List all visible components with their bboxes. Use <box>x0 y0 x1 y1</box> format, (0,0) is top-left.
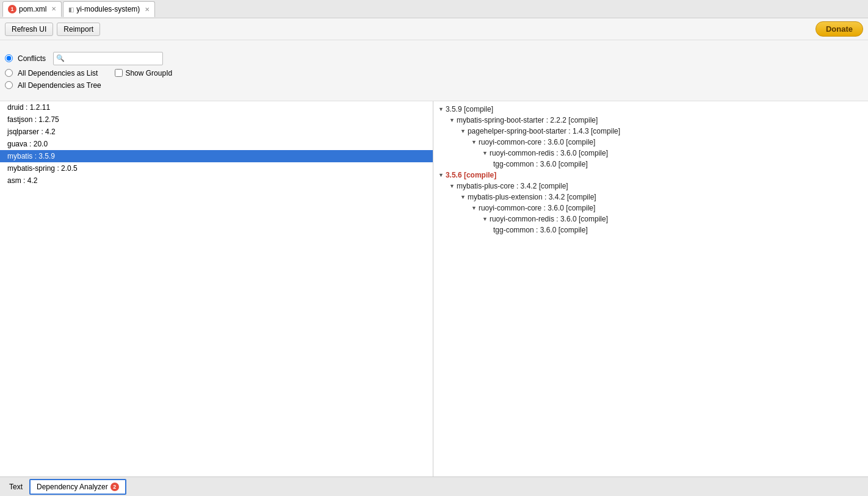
yi-tab-close[interactable]: ✕ <box>145 6 150 13</box>
conflicts-label: Conflicts <box>18 54 46 63</box>
tree-pagehelper-spring-boot-starter: ▼ pagehelper-spring-boot-starter : 1.4.3… <box>460 126 863 137</box>
yi-tab-icon: ◧ <box>68 6 74 13</box>
show-group-id-row: Show GroupId <box>115 69 172 77</box>
all-deps-list-label: All Dependencies as List <box>18 69 98 77</box>
show-group-id-label: Show GroupId <box>125 69 172 77</box>
all-deps-list-radio[interactable] <box>5 69 13 77</box>
tree-ruoyi-common-core-1: ▼ ruoyi-common-core : 3.6.0 [compile] <box>471 137 863 148</box>
arrow-msbs: ▼ <box>449 117 455 123</box>
all-deps-tree-label: All Dependencies as Tree <box>18 81 101 90</box>
dep-mybatis-spring[interactable]: mybatis-spring : 2.0.5 <box>0 162 433 174</box>
tree-mpe-text: mybatis-plus-extension : 3.4.2 [compile] <box>468 193 596 201</box>
tab-yi[interactable]: ◧ yi-modules-system) ✕ <box>63 1 155 17</box>
arrow-rcr2: ▼ <box>482 216 488 222</box>
tree-mybatis-plus-extension: ▼ mybatis-plus-extension : 3.4.2 [compil… <box>460 192 863 203</box>
arrow-root1: ▼ <box>438 106 444 112</box>
dep-fastjson[interactable]: fastjson : 1.2.75 <box>0 113 433 126</box>
yi-tab-label: yi-modules-system) <box>76 5 140 13</box>
tree-ruoyi-common-redis-2: ▼ ruoyi-common-redis : 3.6.0 [compile] <box>482 214 863 225</box>
options-bar: Conflicts 🔍 All Dependencies as List Sho… <box>0 40 868 101</box>
pom-tab-badge: 1 <box>8 5 16 13</box>
search-input[interactable] <box>67 54 160 63</box>
arrow-rcr1: ▼ <box>482 150 488 156</box>
tree-tgg2-text: tgg-common : 3.6.0 [compile] <box>493 226 588 234</box>
tree-root1-text: 3.5.9 [compile] <box>446 105 493 113</box>
conflicts-radio-row: Conflicts <box>5 54 46 63</box>
conflicts-radio[interactable] <box>5 54 13 62</box>
bottom-tab-text[interactable]: Text <box>2 479 29 495</box>
arrow-rcc2: ▼ <box>471 205 477 211</box>
dep-jsqlparser[interactable]: jsqlparser : 4.2 <box>0 126 433 138</box>
bottom-bar: Text Dependency Analyzer 2 <box>0 476 868 496</box>
conflicts-row: Conflicts 🔍 <box>5 52 163 65</box>
search-box[interactable]: 🔍 <box>53 52 163 65</box>
all-deps-list-row: All Dependencies as List Show GroupId <box>5 69 172 77</box>
tree-rcc2-text: ruoyi-common-core : 3.6.0 [compile] <box>479 204 595 212</box>
main-content: druid : 1.2.11 fastjson : 1.2.75 jsqlpar… <box>0 101 868 476</box>
pom-tab-label: pom.xml <box>19 5 46 13</box>
tree-root2: ▼ 3.5.6 [compile] <box>438 170 863 181</box>
pom-tab-close[interactable]: ✕ <box>51 5 56 12</box>
tree-rcr2-text: ruoyi-common-redis : 3.6.0 [compile] <box>490 215 608 223</box>
tree-psbs-text: pagehelper-spring-boot-starter : 1.4.3 [… <box>468 127 620 135</box>
left-panel: druid : 1.2.11 fastjson : 1.2.75 jsqlpar… <box>0 101 433 476</box>
tree-rcc1-text: ruoyi-common-core : 3.6.0 [compile] <box>479 138 595 146</box>
show-group-id-checkbox[interactable] <box>115 69 123 77</box>
dep-guava[interactable]: guava : 20.0 <box>0 138 433 150</box>
arrow-mpc: ▼ <box>449 183 455 189</box>
tree-mybatis-spring-boot-starter: ▼ mybatis-spring-boot-starter : 2.2.2 [c… <box>449 115 863 126</box>
arrow-mpe: ▼ <box>460 194 466 200</box>
bottom-tab-da-badge: 2 <box>110 483 119 491</box>
search-icon: 🔍 <box>56 54 65 62</box>
tree-ruoyi-common-redis-1: ▼ ruoyi-common-redis : 3.6.0 [compile] <box>482 148 863 159</box>
toolbar: Refresh UI Reimport Donate <box>0 18 868 40</box>
reimport-button[interactable]: Reimport <box>57 23 100 36</box>
dep-druid[interactable]: druid : 1.2.11 <box>0 101 433 113</box>
donate-button[interactable]: Donate <box>816 21 863 37</box>
all-deps-tree-row: All Dependencies as Tree <box>5 81 101 90</box>
tree-tgg-common-2: tgg-common : 3.6.0 [compile] <box>493 225 863 235</box>
arrow-psbs: ▼ <box>460 128 466 134</box>
bottom-tab-text-label: Text <box>9 483 23 491</box>
refresh-ui-button[interactable]: Refresh UI <box>5 23 53 36</box>
toolbar-left: Refresh UI Reimport <box>5 23 100 36</box>
arrow-rcc1: ▼ <box>471 139 477 145</box>
tree-root1: ▼ 3.5.9 [compile] <box>438 104 863 115</box>
bottom-tab-da-label: Dependency Analyzer <box>37 483 108 491</box>
tab-pom[interactable]: 1 pom.xml ✕ <box>2 1 62 17</box>
tree-rcr1-text: ruoyi-common-redis : 3.6.0 [compile] <box>490 149 608 157</box>
tab-bar: 1 pom.xml ✕ ◧ yi-modules-system) ✕ <box>0 0 868 18</box>
arrow-root2: ▼ <box>438 172 444 178</box>
dep-asm[interactable]: asm : 4.2 <box>0 174 433 187</box>
bottom-tab-dependency-analyzer[interactable]: Dependency Analyzer 2 <box>29 479 126 495</box>
all-deps-tree-radio[interactable] <box>5 81 13 89</box>
tree-tgg1-text: tgg-common : 3.6.0 [compile] <box>493 160 588 168</box>
tree-msbs-text: mybatis-spring-boot-starter : 2.2.2 [com… <box>457 116 598 124</box>
right-panel: ▼ 3.5.9 [compile] ▼ mybatis-spring-boot-… <box>433 101 868 476</box>
tree-mybatis-plus-core: ▼ mybatis-plus-core : 3.4.2 [compile] <box>449 181 863 192</box>
tree-mpc-text: mybatis-plus-core : 3.4.2 [compile] <box>457 182 568 190</box>
tree-root2-text: 3.5.6 [compile] <box>446 171 496 179</box>
dep-mybatis[interactable]: mybatis : 3.5.9 <box>0 150 433 162</box>
tree-ruoyi-common-core-2: ▼ ruoyi-common-core : 3.6.0 [compile] <box>471 203 863 214</box>
tree-tgg-common-1: tgg-common : 3.6.0 [compile] <box>493 159 863 170</box>
